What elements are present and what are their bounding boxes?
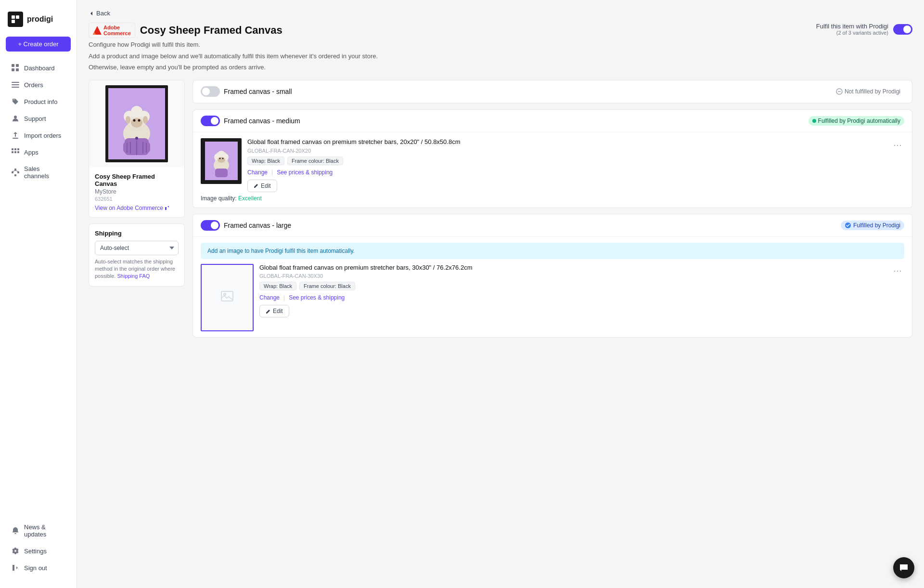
product-tags-medium: Wrap: Black Frame colour: Black <box>247 157 885 165</box>
sidebar-item-import-orders[interactable]: Import orders <box>4 127 73 144</box>
prices-link-large[interactable]: See prices & shipping <box>289 294 345 301</box>
fulfil-toggle[interactable] <box>893 24 912 35</box>
more-button-large[interactable]: ⋯ <box>891 264 904 277</box>
prices-link-medium[interactable]: See prices & shipping <box>277 169 333 176</box>
shipping-faq-link[interactable]: Shipping FAQ <box>117 273 150 279</box>
info-banner-large: Add an image to have Prodigi fulfil this… <box>201 243 904 259</box>
svg-rect-4 <box>16 64 19 67</box>
page-desc-1: Configure how Prodigi will fulfil this i… <box>89 40 378 50</box>
variant-medium-toggle[interactable] <box>201 116 220 126</box>
sidebar-item-support[interactable]: Support <box>4 110 73 127</box>
product-actions-medium: Change | See prices & shipping <box>247 169 885 176</box>
content-layout: Cosy Sheep Framed Canvas MyStore 632651 … <box>89 80 912 343</box>
sidebar-item-product-info[interactable]: Product info <box>4 93 73 110</box>
person-icon <box>12 115 19 122</box>
svg-point-55 <box>218 151 225 157</box>
not-fulfilled-icon <box>836 88 843 95</box>
sidebar-item-label: News & updates <box>24 523 65 538</box>
fulfil-label: Fulfil this item with Prodigi <box>816 23 888 30</box>
svg-point-37 <box>126 116 130 124</box>
svg-rect-12 <box>12 148 13 150</box>
svg-rect-62 <box>221 291 233 301</box>
product-line-large: Global float framed canvas on premium st… <box>201 264 904 331</box>
main-content: Back AdobeCommerce Cosy Sheep Framed Can… <box>77 0 924 588</box>
sidebar-item-label: Orders <box>24 81 43 89</box>
variant-header-medium: Framed canvas - medium Fulfilled by Prod… <box>193 110 912 132</box>
edit-button-medium[interactable]: Edit <box>247 180 277 192</box>
adobe-icon <box>93 26 102 35</box>
right-panel: Framed canvas - small Not fulfilled by P… <box>192 80 912 343</box>
back-label: Back <box>96 10 110 17</box>
sidebar-bottom: News & updates Settings Sign out <box>0 519 77 580</box>
svg-point-31 <box>131 106 142 118</box>
page-desc-3: Otherwise, leave empty and you'll be pro… <box>89 63 378 72</box>
page-title-section: AdobeCommerce Cosy Sheep Framed Canvas C… <box>89 23 378 72</box>
placeholder-icon <box>220 289 234 306</box>
signout-icon <box>12 564 19 572</box>
sidebar-item-settings[interactable]: Settings <box>4 543 73 559</box>
svg-rect-8 <box>12 84 19 85</box>
sidebar-item-label: Support <box>24 115 46 122</box>
svg-point-10 <box>14 116 17 118</box>
svg-point-47 <box>135 137 138 140</box>
variant-header-large: Framed canvas - large Fulfilled by Prodi… <box>193 214 912 237</box>
view-on-adobe-link[interactable]: View on Adobe Commerce <box>95 205 179 211</box>
grid-icon <box>12 64 19 72</box>
product-sku-large: GLOBAL-FRA-CAN-30X30 <box>259 273 885 279</box>
chat-button[interactable] <box>893 557 914 578</box>
sidebar-item-sales-channels[interactable]: Sales channels <box>4 161 73 184</box>
product-detail-name-medium: Global float framed canvas on premium st… <box>247 138 885 146</box>
variant-small-name: Framed canvas - small <box>224 88 292 95</box>
svg-rect-6 <box>16 68 19 71</box>
product-thumb-artwork-medium <box>207 144 236 178</box>
sidebar-item-news-updates[interactable]: News & updates <box>4 519 73 542</box>
product-thumb-medium <box>201 138 242 184</box>
product-actions-large: Change | See prices & shipping <box>259 294 885 301</box>
variant-small-status-label: Not fulfilled by Prodigi <box>845 88 900 95</box>
variant-card-medium: Framed canvas - medium Fulfilled by Prod… <box>192 109 912 208</box>
more-button-medium[interactable]: ⋯ <box>891 138 904 152</box>
svg-rect-3 <box>12 64 14 67</box>
back-link[interactable]: Back <box>89 10 912 17</box>
edit-button-large[interactable]: Edit <box>259 305 289 317</box>
product-id: 632651 <box>95 196 179 202</box>
channels-icon <box>12 169 19 176</box>
variant-card-large: Framed canvas - large Fulfilled by Prodi… <box>192 214 912 338</box>
variant-medium-status-label: Fulfilled by Prodigi automatically <box>818 118 900 124</box>
svg-rect-21 <box>14 174 16 176</box>
sidebar-item-dashboard[interactable]: Dashboard <box>4 60 73 76</box>
adobe-label: AdobeCommerce <box>103 25 131 36</box>
sidebar-item-orders[interactable]: Orders <box>4 77 73 93</box>
svg-rect-40 <box>123 142 130 153</box>
toggle-slider-medium <box>201 116 220 126</box>
logo-icon <box>8 12 23 27</box>
change-link-medium[interactable]: Change <box>247 169 268 176</box>
svg-rect-13 <box>14 148 16 150</box>
apps-icon <box>12 148 19 156</box>
svg-point-57 <box>219 158 220 159</box>
svg-point-38 <box>143 116 148 124</box>
sidebar-item-label: Sales channels <box>24 165 65 180</box>
change-link-large[interactable]: Change <box>259 294 280 301</box>
sidebar-item-sign-out[interactable]: Sign out <box>4 560 73 576</box>
chat-icon <box>899 563 909 573</box>
create-order-button[interactable]: + Create order <box>6 37 71 52</box>
fulfilled-auto-dot <box>812 119 816 123</box>
sidebar-item-label: Import orders <box>24 132 61 139</box>
page-header: AdobeCommerce Cosy Sheep Framed Canvas C… <box>89 23 912 72</box>
svg-rect-7 <box>12 82 19 83</box>
product-image-container <box>89 80 184 167</box>
shipping-select[interactable]: Auto-selectStandardExpress <box>95 241 179 255</box>
svg-rect-16 <box>14 151 16 153</box>
variant-large-body: Add an image to have Prodigi fulfil this… <box>193 237 912 337</box>
sidebar-item-apps[interactable]: Apps <box>4 144 73 160</box>
product-tag-frame: Frame colour: Black <box>287 157 343 165</box>
svg-point-63 <box>224 293 226 295</box>
variant-large-toggle[interactable] <box>201 220 220 231</box>
variant-small-toggle[interactable] <box>201 86 220 97</box>
variant-header-left-medium: Framed canvas - medium <box>201 116 300 126</box>
svg-rect-9 <box>12 87 19 88</box>
fulfil-label-block: Fulfil this item with Prodigi (2 of 3 va… <box>816 23 888 36</box>
sidebar-item-label: Apps <box>24 149 38 156</box>
variant-header-small: Framed canvas - small Not fulfilled by P… <box>193 80 912 103</box>
